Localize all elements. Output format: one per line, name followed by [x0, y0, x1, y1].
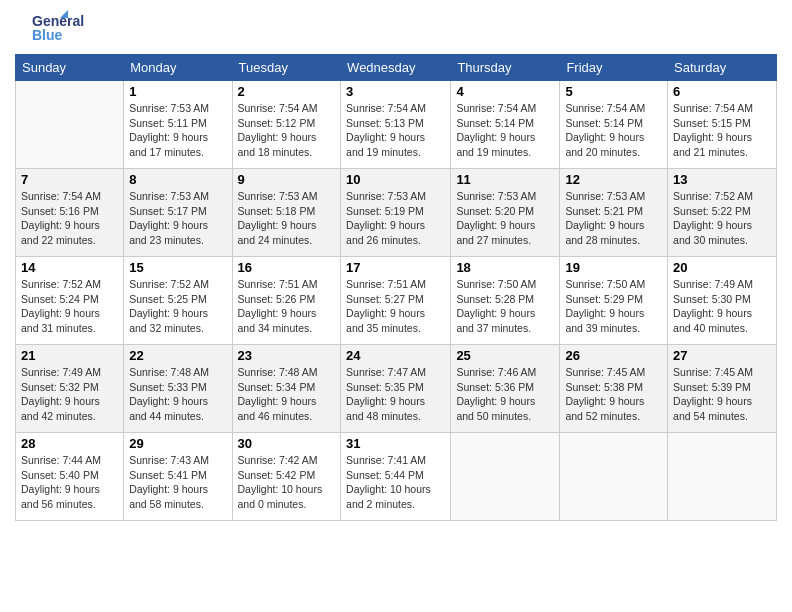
day-number: 26: [565, 348, 662, 363]
day-info: Sunrise: 7:54 AMSunset: 5:12 PMDaylight:…: [238, 101, 336, 160]
weekday-header-row: SundayMondayTuesdayWednesdayThursdayFrid…: [16, 55, 777, 81]
day-number: 25: [456, 348, 554, 363]
calendar-cell: 9Sunrise: 7:53 AMSunset: 5:18 PMDaylight…: [232, 169, 341, 257]
calendar-cell: [16, 81, 124, 169]
day-info: Sunrise: 7:53 AMSunset: 5:21 PMDaylight:…: [565, 189, 662, 248]
svg-text:Blue: Blue: [32, 27, 63, 43]
day-info: Sunrise: 7:45 AMSunset: 5:38 PMDaylight:…: [565, 365, 662, 424]
calendar-cell: 25Sunrise: 7:46 AMSunset: 5:36 PMDayligh…: [451, 345, 560, 433]
day-number: 14: [21, 260, 118, 275]
day-number: 17: [346, 260, 445, 275]
calendar-cell: 10Sunrise: 7:53 AMSunset: 5:19 PMDayligh…: [341, 169, 451, 257]
calendar-cell: 21Sunrise: 7:49 AMSunset: 5:32 PMDayligh…: [16, 345, 124, 433]
week-row-2: 7Sunrise: 7:54 AMSunset: 5:16 PMDaylight…: [16, 169, 777, 257]
day-info: Sunrise: 7:48 AMSunset: 5:34 PMDaylight:…: [238, 365, 336, 424]
calendar-cell: [451, 433, 560, 521]
day-number: 2: [238, 84, 336, 99]
day-number: 22: [129, 348, 226, 363]
day-number: 8: [129, 172, 226, 187]
logo: General Blue: [15, 10, 89, 46]
day-info: Sunrise: 7:53 AMSunset: 5:18 PMDaylight:…: [238, 189, 336, 248]
day-number: 28: [21, 436, 118, 451]
day-info: Sunrise: 7:46 AMSunset: 5:36 PMDaylight:…: [456, 365, 554, 424]
weekday-header-tuesday: Tuesday: [232, 55, 341, 81]
calendar-cell: 12Sunrise: 7:53 AMSunset: 5:21 PMDayligh…: [560, 169, 668, 257]
day-number: 9: [238, 172, 336, 187]
day-number: 21: [21, 348, 118, 363]
calendar-cell: [560, 433, 668, 521]
day-info: Sunrise: 7:53 AMSunset: 5:20 PMDaylight:…: [456, 189, 554, 248]
day-number: 10: [346, 172, 445, 187]
calendar-cell: 31Sunrise: 7:41 AMSunset: 5:44 PMDayligh…: [341, 433, 451, 521]
day-info: Sunrise: 7:51 AMSunset: 5:26 PMDaylight:…: [238, 277, 336, 336]
calendar-cell: 1Sunrise: 7:53 AMSunset: 5:11 PMDaylight…: [124, 81, 232, 169]
calendar-cell: 13Sunrise: 7:52 AMSunset: 5:22 PMDayligh…: [668, 169, 777, 257]
calendar-cell: [668, 433, 777, 521]
calendar-table: SundayMondayTuesdayWednesdayThursdayFrid…: [15, 54, 777, 521]
day-info: Sunrise: 7:42 AMSunset: 5:42 PMDaylight:…: [238, 453, 336, 512]
day-info: Sunrise: 7:54 AMSunset: 5:15 PMDaylight:…: [673, 101, 771, 160]
day-number: 30: [238, 436, 336, 451]
calendar-cell: 8Sunrise: 7:53 AMSunset: 5:17 PMDaylight…: [124, 169, 232, 257]
day-info: Sunrise: 7:52 AMSunset: 5:25 PMDaylight:…: [129, 277, 226, 336]
day-info: Sunrise: 7:54 AMSunset: 5:16 PMDaylight:…: [21, 189, 118, 248]
calendar-cell: 28Sunrise: 7:44 AMSunset: 5:40 PMDayligh…: [16, 433, 124, 521]
calendar-cell: 3Sunrise: 7:54 AMSunset: 5:13 PMDaylight…: [341, 81, 451, 169]
logo-icon: General Blue: [15, 10, 85, 46]
day-number: 15: [129, 260, 226, 275]
day-info: Sunrise: 7:53 AMSunset: 5:19 PMDaylight:…: [346, 189, 445, 248]
day-info: Sunrise: 7:53 AMSunset: 5:17 PMDaylight:…: [129, 189, 226, 248]
day-info: Sunrise: 7:47 AMSunset: 5:35 PMDaylight:…: [346, 365, 445, 424]
day-info: Sunrise: 7:51 AMSunset: 5:27 PMDaylight:…: [346, 277, 445, 336]
calendar-cell: 6Sunrise: 7:54 AMSunset: 5:15 PMDaylight…: [668, 81, 777, 169]
day-number: 6: [673, 84, 771, 99]
calendar-cell: 11Sunrise: 7:53 AMSunset: 5:20 PMDayligh…: [451, 169, 560, 257]
day-number: 29: [129, 436, 226, 451]
weekday-header-sunday: Sunday: [16, 55, 124, 81]
calendar-cell: 29Sunrise: 7:43 AMSunset: 5:41 PMDayligh…: [124, 433, 232, 521]
week-row-4: 21Sunrise: 7:49 AMSunset: 5:32 PMDayligh…: [16, 345, 777, 433]
day-info: Sunrise: 7:43 AMSunset: 5:41 PMDaylight:…: [129, 453, 226, 512]
calendar-cell: 2Sunrise: 7:54 AMSunset: 5:12 PMDaylight…: [232, 81, 341, 169]
calendar-cell: 19Sunrise: 7:50 AMSunset: 5:29 PMDayligh…: [560, 257, 668, 345]
day-info: Sunrise: 7:53 AMSunset: 5:11 PMDaylight:…: [129, 101, 226, 160]
day-info: Sunrise: 7:54 AMSunset: 5:14 PMDaylight:…: [456, 101, 554, 160]
day-info: Sunrise: 7:50 AMSunset: 5:29 PMDaylight:…: [565, 277, 662, 336]
calendar-cell: 4Sunrise: 7:54 AMSunset: 5:14 PMDaylight…: [451, 81, 560, 169]
day-number: 4: [456, 84, 554, 99]
day-info: Sunrise: 7:54 AMSunset: 5:13 PMDaylight:…: [346, 101, 445, 160]
calendar-cell: 30Sunrise: 7:42 AMSunset: 5:42 PMDayligh…: [232, 433, 341, 521]
day-number: 5: [565, 84, 662, 99]
calendar-cell: 16Sunrise: 7:51 AMSunset: 5:26 PMDayligh…: [232, 257, 341, 345]
day-info: Sunrise: 7:52 AMSunset: 5:22 PMDaylight:…: [673, 189, 771, 248]
day-number: 24: [346, 348, 445, 363]
calendar-cell: 15Sunrise: 7:52 AMSunset: 5:25 PMDayligh…: [124, 257, 232, 345]
weekday-header-thursday: Thursday: [451, 55, 560, 81]
calendar-cell: 7Sunrise: 7:54 AMSunset: 5:16 PMDaylight…: [16, 169, 124, 257]
day-number: 27: [673, 348, 771, 363]
day-number: 20: [673, 260, 771, 275]
day-number: 3: [346, 84, 445, 99]
day-info: Sunrise: 7:48 AMSunset: 5:33 PMDaylight:…: [129, 365, 226, 424]
week-row-3: 14Sunrise: 7:52 AMSunset: 5:24 PMDayligh…: [16, 257, 777, 345]
calendar-cell: 22Sunrise: 7:48 AMSunset: 5:33 PMDayligh…: [124, 345, 232, 433]
day-info: Sunrise: 7:45 AMSunset: 5:39 PMDaylight:…: [673, 365, 771, 424]
calendar-cell: 26Sunrise: 7:45 AMSunset: 5:38 PMDayligh…: [560, 345, 668, 433]
calendar-cell: 5Sunrise: 7:54 AMSunset: 5:14 PMDaylight…: [560, 81, 668, 169]
day-number: 31: [346, 436, 445, 451]
day-number: 11: [456, 172, 554, 187]
calendar-cell: 17Sunrise: 7:51 AMSunset: 5:27 PMDayligh…: [341, 257, 451, 345]
page-header: General Blue: [15, 10, 777, 46]
calendar-cell: 18Sunrise: 7:50 AMSunset: 5:28 PMDayligh…: [451, 257, 560, 345]
day-number: 16: [238, 260, 336, 275]
day-number: 23: [238, 348, 336, 363]
weekday-header-monday: Monday: [124, 55, 232, 81]
weekday-header-wednesday: Wednesday: [341, 55, 451, 81]
day-number: 18: [456, 260, 554, 275]
weekday-header-friday: Friday: [560, 55, 668, 81]
calendar-cell: 20Sunrise: 7:49 AMSunset: 5:30 PMDayligh…: [668, 257, 777, 345]
weekday-header-saturday: Saturday: [668, 55, 777, 81]
day-info: Sunrise: 7:50 AMSunset: 5:28 PMDaylight:…: [456, 277, 554, 336]
day-info: Sunrise: 7:41 AMSunset: 5:44 PMDaylight:…: [346, 453, 445, 512]
day-info: Sunrise: 7:54 AMSunset: 5:14 PMDaylight:…: [565, 101, 662, 160]
